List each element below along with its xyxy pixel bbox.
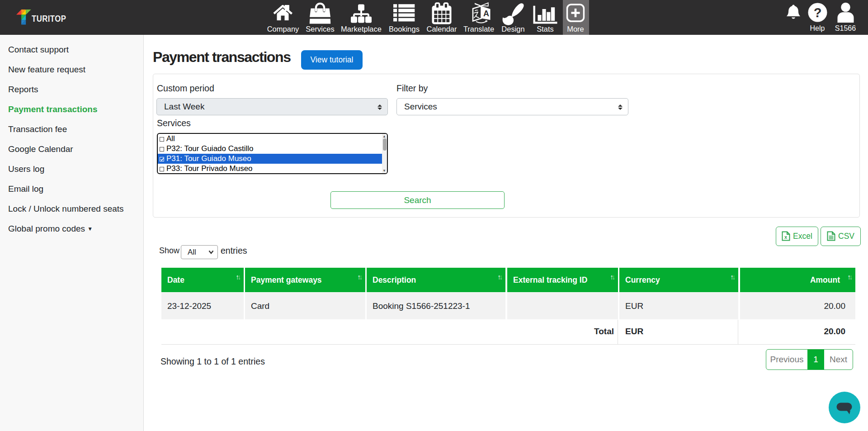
svg-text:x: x bbox=[784, 234, 788, 240]
svg-text:A: A bbox=[483, 9, 489, 18]
svg-text:?: ? bbox=[814, 5, 822, 20]
